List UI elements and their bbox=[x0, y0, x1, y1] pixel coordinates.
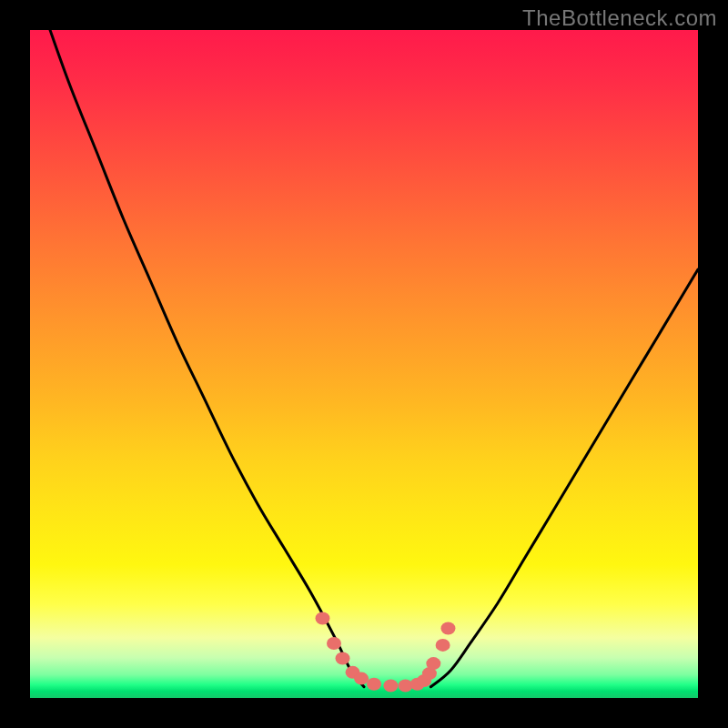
valley-dot bbox=[367, 678, 381, 691]
valley-dot bbox=[354, 672, 369, 685]
left-curve bbox=[50, 30, 364, 687]
valley-dot bbox=[315, 612, 329, 625]
chart-frame: TheBottleneck.com bbox=[0, 0, 728, 728]
watermark-text: TheBottleneck.com bbox=[522, 5, 717, 31]
plot-area bbox=[30, 30, 698, 698]
curve-layer bbox=[30, 30, 698, 698]
valley-dot bbox=[336, 652, 350, 665]
valley-dot bbox=[440, 622, 455, 635]
valley-dots bbox=[315, 612, 455, 693]
valley-dot bbox=[426, 657, 440, 670]
valley-dot bbox=[327, 637, 341, 650]
right-curve bbox=[430, 269, 698, 687]
valley-dot bbox=[436, 639, 450, 652]
valley-dot bbox=[383, 680, 398, 693]
